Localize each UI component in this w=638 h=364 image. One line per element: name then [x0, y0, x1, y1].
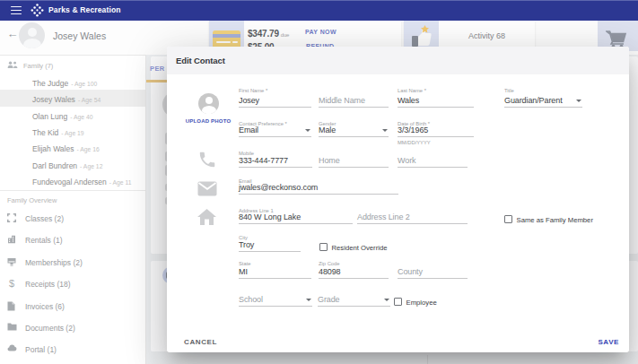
svg-text:$: $: [9, 279, 14, 289]
portal-icon: [7, 344, 17, 351]
customer-avatar[interactable]: [19, 22, 45, 48]
dropdown-arrow-icon: [576, 100, 581, 102]
sidebar-item-receipts[interactable]: $ Receipts (18): [0, 276, 145, 294]
sidebar: Family (7) The Judge- Age 100 Josey Wale…: [0, 56, 146, 364]
date-of-birth-field[interactable]: Date of Birth * 3/3/1965: [398, 121, 474, 137]
contact-photo-placeholder: [198, 93, 219, 114]
classes-icon: [7, 213, 16, 222]
background-card-divider: [427, 355, 428, 364]
school-select[interactable]: School: [239, 290, 312, 307]
same-as-family-member-checkbox[interactable]: Same as Family Member: [504, 215, 612, 224]
rentals-icon: [7, 235, 16, 244]
sidebar-item-invoices[interactable]: Invoices (6): [0, 299, 145, 316]
employee-checkbox[interactable]: Employee: [394, 298, 457, 307]
zip-code-field[interactable]: Zip Code 48098: [319, 261, 389, 279]
menu-icon[interactable]: [11, 6, 22, 15]
family-icon: [7, 61, 18, 69]
family-section-header: Family (7): [0, 60, 145, 74]
county-field[interactable]: County: [398, 261, 468, 279]
sidebar-item-memberships[interactable]: Memberships (2): [0, 255, 145, 273]
dialog-header: Edit Contact: [167, 47, 629, 74]
dialog-title: Edit Contact: [176, 56, 225, 65]
customer-name: Josey Wales: [53, 30, 106, 41]
date-format-helper: MM/DD/YYYY: [398, 140, 431, 145]
invoices-icon: [7, 301, 15, 311]
gender-select[interactable]: Gender Male: [319, 121, 389, 137]
phone-icon: [197, 150, 217, 169]
family-member-item[interactable]: Fundevogal Andersen- Age 11: [0, 172, 145, 188]
middle-name-field[interactable]: Middle Name: [319, 88, 389, 108]
top-navbar: Parks & Recreation: [0, 0, 638, 21]
thumb-up-star-icon: [411, 25, 433, 48]
address-line-1-field[interactable]: Address Line 1 840 W Long Lake: [239, 208, 353, 224]
pay-now-button[interactable]: PAY NOW: [305, 29, 336, 35]
shopping-cart-icon: [606, 30, 627, 48]
first-name-field[interactable]: First Name * Josey: [239, 88, 311, 108]
city-field[interactable]: City Troy: [239, 235, 301, 252]
family-member-item[interactable]: Darl Bundren- Age 12: [0, 156, 145, 172]
address-line-2-field[interactable]: Address Line 2: [357, 208, 468, 224]
mobile-phone-field[interactable]: Mobile 333-444-7777: [239, 151, 312, 168]
family-member-item[interactable]: Elijah Wales- Age 16: [0, 139, 145, 155]
family-member-item[interactable]: The Kid- Age 19: [0, 123, 145, 139]
contact-preference-select[interactable]: Contact Preference * Email: [239, 121, 311, 137]
sidebar-item-rentals[interactable]: Rentals (1): [0, 232, 145, 250]
amount-due: $347.79due: [248, 29, 289, 39]
edit-contact-dialog: Edit Contact UPLOAD PHOTO First Name * J…: [167, 47, 629, 352]
family-member-item[interactable]: The Judge- Age 100: [0, 74, 145, 90]
checkbox-box: [504, 215, 512, 223]
tab-personal-fragment[interactable]: PER: [150, 65, 165, 73]
family-member-item-selected[interactable]: Josey Wales- Age 54: [0, 90, 145, 106]
app-logo: [30, 4, 45, 17]
dropdown-arrow-icon: [306, 299, 311, 301]
memberships-icon: [7, 257, 16, 266]
back-arrow-icon[interactable]: ←: [5, 26, 20, 42]
save-button[interactable]: SAVE: [598, 338, 619, 346]
title-select[interactable]: Title Guardian/Parent: [504, 88, 582, 108]
work-phone-field[interactable]: Work: [398, 151, 468, 168]
grade-select[interactable]: Grade: [318, 290, 390, 307]
email-field[interactable]: Email jwales@reckonso.com: [239, 178, 398, 195]
dropdown-arrow-icon: [305, 129, 310, 132]
mail-icon: [197, 181, 217, 196]
upload-photo-button[interactable]: UPLOAD PHOTO: [177, 118, 240, 124]
cancel-button[interactable]: CANCEL: [184, 338, 217, 346]
home-phone-field[interactable]: Home: [319, 151, 389, 168]
family-member-item[interactable]: Olan Lung- Age 40: [0, 107, 145, 123]
resident-override-checkbox[interactable]: Resident Override: [319, 243, 418, 252]
state-field[interactable]: State MI: [239, 261, 311, 279]
app-root: PER ← Josey Wales $347.79due PAY NOW $25…: [0, 0, 638, 364]
sidebar-item-classes[interactable]: Classes (2): [0, 211, 145, 229]
sidebar-divider: [0, 190, 145, 191]
sidebar-item-portal[interactable]: Portal (1): [0, 342, 145, 360]
checkbox-box: [319, 243, 328, 251]
family-overview-header: Family Overview: [7, 196, 57, 204]
last-name-field[interactable]: Last Name * Wales: [398, 88, 474, 108]
home-icon: [197, 209, 216, 225]
dropdown-arrow-icon: [382, 129, 388, 132]
app-title: Parks & Recreation: [48, 0, 121, 21]
documents-icon: [7, 323, 17, 331]
checkbox-box: [394, 298, 402, 306]
sidebar-item-documents[interactable]: Documents (2): [0, 320, 145, 338]
dropdown-arrow-icon: [384, 299, 389, 301]
receipts-icon: $: [7, 279, 16, 289]
